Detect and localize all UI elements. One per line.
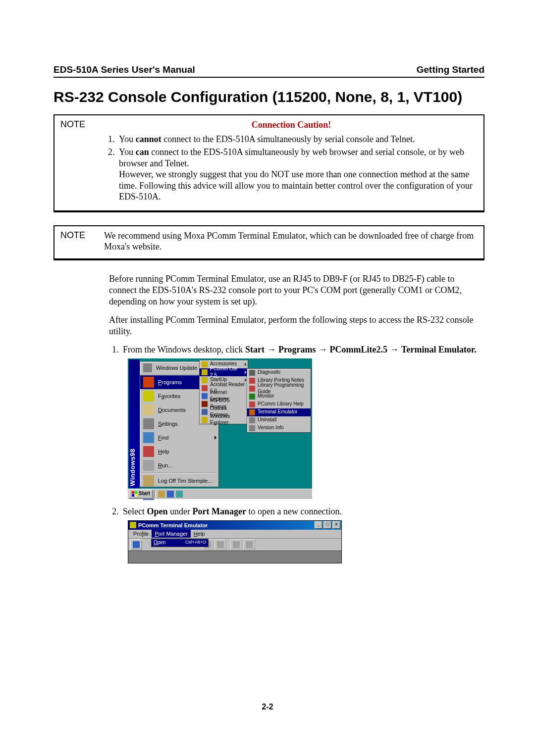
start-button[interactable]: Start — [129, 490, 153, 499]
menu-help[interactable]: Help — [191, 530, 208, 538]
folder-icon — [202, 377, 208, 383]
start-item-find[interactable]: Find — [140, 431, 218, 445]
open-icon — [133, 541, 140, 548]
header-left: EDS-510A Series User's Manual — [54, 64, 195, 75]
windows-logo-icon — [132, 491, 137, 497]
app-icon — [249, 402, 255, 407]
close-button[interactable]: × — [332, 521, 340, 529]
quicklaunch-icon[interactable] — [176, 491, 183, 498]
menu-profile[interactable]: Profile — [130, 530, 152, 538]
logoff-icon — [143, 475, 154, 486]
start-item-run[interactable]: Run... — [140, 458, 218, 472]
label: Windows Explorer — [210, 413, 246, 426]
quicklaunch-icon[interactable] — [158, 491, 165, 498]
label: Open — [154, 540, 165, 546]
label: Terminal Emulator — [258, 409, 298, 415]
start-item-logoff[interactable]: Log Off Tim Stemple... — [140, 474, 218, 488]
menu-port-manager[interactable]: Port Manager — [152, 530, 191, 538]
app-icon — [202, 393, 208, 399]
separator — [154, 490, 156, 498]
text-bold: cannot — [136, 134, 161, 144]
find-icon — [143, 432, 154, 443]
tool-disabled-3 — [230, 539, 242, 550]
sub2-terminal-emulator[interactable]: Terminal Emulator — [247, 408, 311, 416]
app-icon — [202, 401, 208, 407]
note-content: We recommend using Moxa PComm Terminal E… — [104, 230, 479, 252]
tool-disabled-2 — [214, 539, 226, 550]
label: Start — [139, 491, 150, 497]
separator — [141, 473, 217, 473]
note1-item2: You can connect to the EDS-510A simultan… — [117, 147, 479, 202]
sub-explorer[interactable]: Windows Explorer — [200, 416, 248, 424]
app-icon — [249, 394, 255, 400]
text-bold: can — [136, 147, 149, 157]
sub2-diagnostic[interactable]: Diagnostic — [247, 369, 311, 377]
page-header: EDS-510A Series User's Manual Getting St… — [54, 64, 484, 78]
note1-item1: You cannot connect to the EDS-510A simul… — [117, 134, 479, 145]
tool-icon — [246, 541, 253, 548]
text: You — [119, 147, 136, 157]
label: Version Info — [258, 425, 284, 431]
update-icon — [143, 363, 152, 372]
port-manager-dropdown: Open Ctrl+Alt+O — [151, 539, 209, 547]
text: to open a new connection. — [246, 506, 342, 516]
app-icon — [249, 409, 255, 415]
titlebar[interactable]: PComm Terminal Emulator _ □ × — [128, 521, 341, 530]
text-bold: Start — [245, 345, 265, 354]
maximize-button[interactable]: □ — [323, 521, 331, 529]
sub2-version-info[interactable]: Version Info — [247, 424, 311, 432]
minimize-button[interactable]: _ — [315, 521, 322, 529]
window-title: PComm Terminal Emulator — [138, 522, 208, 529]
page-title: RS-232 Console Configuration (115200, No… — [54, 89, 484, 105]
start-item-help[interactable]: Help — [140, 445, 218, 458]
folder-icon — [202, 361, 208, 367]
sub-pcomm-lite[interactable]: PComm Lite 2.5 — [200, 368, 248, 376]
text: connect to the EDS-510A simultaneously b… — [161, 134, 415, 144]
text: under — [168, 506, 193, 516]
chevron-right-icon — [214, 436, 216, 440]
documents-icon — [143, 404, 154, 415]
step-1: From the Windows desktop, click Start → … — [121, 344, 484, 499]
text-bold: Programs — [278, 345, 316, 354]
chevron-right-icon — [245, 371, 246, 374]
app-icon — [249, 386, 255, 392]
chevron-right-icon — [245, 363, 246, 366]
toolbar: Open Ctrl+Alt+O — [128, 539, 341, 551]
app-icon — [202, 417, 208, 423]
text-bold: Open — [147, 506, 167, 516]
sub2-uninstall[interactable]: Uninstall — [247, 416, 311, 424]
label: Find — [158, 434, 214, 441]
sub2-prog-guide[interactable]: Library Programming Guide — [247, 385, 311, 393]
tool-open[interactable] — [130, 539, 142, 550]
label: PComm Library Help — [258, 401, 304, 407]
arrow: → — [387, 345, 401, 354]
startmenu-screenshot: Windows98 Windows Update Programs Favori… — [128, 358, 312, 499]
client-area — [128, 551, 341, 563]
label: Diagnostic — [258, 369, 281, 376]
chevron-right-icon — [245, 379, 246, 382]
step-2: Select Open under Port Manager to open a… — [121, 506, 484, 563]
programs-submenu: Accessories PComm Lite 2.5 StartUp Acrob… — [199, 360, 248, 424]
label: Monitor — [258, 393, 274, 400]
page-number: 2-2 — [0, 703, 535, 711]
shortcut: Ctrl+Alt+O — [185, 540, 206, 546]
rule — [54, 258, 484, 260]
sub2-library-help[interactable]: PComm Library Help — [247, 401, 311, 408]
quicklaunch-icon[interactable] — [167, 491, 174, 498]
app-icon — [249, 370, 255, 376]
text-bold: Terminal Emulator. — [401, 345, 477, 354]
dropdown-open[interactable]: Open Ctrl+Alt+O — [152, 539, 208, 547]
text-bold: PCommLite2.5 — [330, 345, 387, 354]
body: Before running PComm Terminal Emulator, … — [109, 273, 484, 563]
pcomm-window: PComm Terminal Emulator _ □ × Profile Po… — [128, 520, 342, 563]
label: Run... — [158, 462, 216, 469]
tool-icon — [217, 541, 224, 548]
taskbar: Start — [128, 489, 312, 499]
caution-title: Connection Caution! — [104, 119, 479, 131]
startmenu-sidebar: Windows98 — [129, 359, 140, 488]
text: From the Windows desktop, click — [123, 345, 245, 354]
note-content: Connection Caution! You cannot connect t… — [104, 119, 479, 204]
label: Help — [158, 448, 216, 455]
note-box-2: NOTE We recommend using Moxa PComm Termi… — [54, 225, 484, 258]
app-icon — [249, 378, 255, 384]
